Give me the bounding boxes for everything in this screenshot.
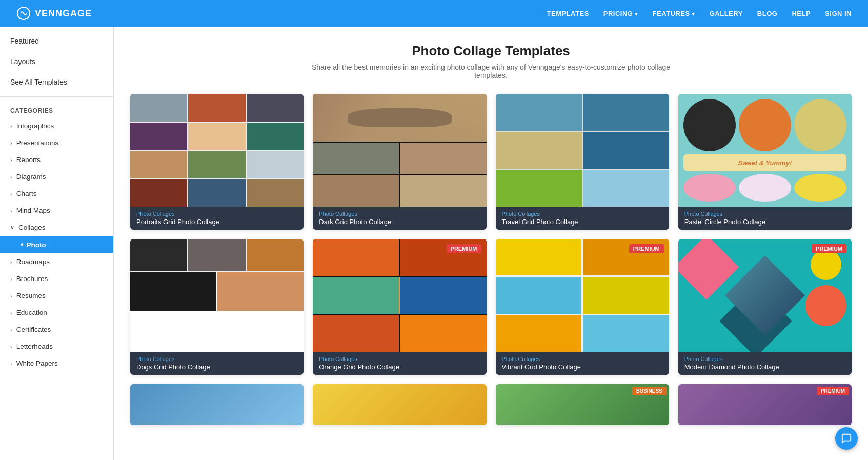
sidebar-item-mindmaps[interactable]: › Mind Maps — [0, 202, 113, 219]
nav-features[interactable]: FEATURES — [653, 10, 695, 17]
template-card-dogs[interactable]: Photo Collages Dogs Grid Photo Collage — [130, 239, 304, 375]
main-content: Photo Collage Templates Share all the be… — [114, 27, 868, 460]
template-image-travel — [496, 94, 669, 207]
sidebar-item-infographics[interactable]: › Infographics — [0, 117, 113, 134]
chevron-right-icon: › — [10, 310, 12, 316]
premium-badge: PREMIUM — [629, 244, 664, 253]
sidebar-item-whitepapers[interactable]: › White Papers — [0, 355, 113, 372]
sidebar-item-reports[interactable]: › Reports — [0, 151, 113, 168]
chevron-right-icon: › — [10, 361, 12, 367]
nav-gallery[interactable]: GALLERY — [710, 10, 743, 17]
template-card-portraits[interactable]: Photo Collages Portraits Grid Photo Coll… — [130, 94, 304, 230]
template-image-portraits — [130, 94, 304, 207]
categories-title: CATEGORIES — [0, 101, 113, 117]
chevron-right-icon: › — [10, 140, 12, 146]
sidebar-item-resumes[interactable]: › Resumes — [0, 287, 113, 304]
template-card-pastel[interactable]: Sweet & Yummy! Photo Collages Pastel Cir… — [678, 94, 852, 230]
template-card-travel[interactable]: Photo Collages Travel Grid Photo Collage — [496, 94, 669, 230]
chevron-right-icon: › — [10, 191, 12, 197]
chevron-right-icon: › — [10, 157, 12, 163]
chevron-right-icon: › — [10, 276, 12, 282]
template-category: Photo Collages — [684, 211, 845, 217]
logo[interactable]: VENNGAGE — [16, 6, 92, 21]
template-footer-pastel: Photo Collages Pastel Circle Photo Colla… — [678, 207, 852, 230]
nav-links: TEMPLATES PRICING FEATURES GALLERY BLOG … — [547, 9, 852, 18]
template-name: Dogs Grid Photo Collage — [136, 363, 297, 371]
sidebar-item-charts[interactable]: › Charts — [0, 185, 113, 202]
logo-text: VENNGAGE — [35, 8, 92, 19]
template-category: Photo Collages — [319, 211, 480, 217]
template-image-dogs — [130, 239, 304, 352]
partial-card-1[interactable] — [130, 384, 304, 425]
premium-badge-small: PREMIUM — [817, 387, 849, 395]
template-card-vibrant[interactable]: PREMIUM Photo Collages Vibrant Grid Phot… — [496, 239, 669, 375]
sidebar-item-diagrams[interactable]: › Diagrams — [0, 168, 113, 185]
premium-badge: PREMIUM — [447, 244, 481, 253]
sidebar-item-certificates[interactable]: › Certificates — [0, 321, 113, 338]
page-layout: Featured Layouts See All Templates CATEG… — [0, 27, 868, 460]
chevron-right-icon: › — [10, 344, 12, 350]
divider — [0, 96, 113, 97]
template-footer-vibrant: Photo Collages Vibrant Grid Photo Collag… — [496, 352, 669, 375]
template-footer-portraits: Photo Collages Portraits Grid Photo Coll… — [130, 207, 304, 230]
nav-templates[interactable]: TEMPLATES — [547, 10, 589, 17]
partial-card-4[interactable]: PREMIUM — [678, 384, 852, 425]
sidebar-see-all[interactable]: See All Templates — [0, 72, 113, 92]
template-card-diamond[interactable]: PREMIUM Photo Collages Modern Diam — [678, 239, 852, 375]
template-card-orange[interactable]: PREMIUM Photo Collages Orange Gr — [313, 239, 486, 375]
chevron-down-icon: ∨ — [10, 224, 14, 231]
top-navigation: VENNGAGE TEMPLATES PRICING FEATURES GALL… — [0, 0, 868, 27]
chevron-right-icon: › — [10, 259, 12, 265]
partial-card-2[interactable] — [313, 384, 486, 425]
template-name: Vibrant Grid Photo Collage — [502, 363, 663, 371]
partial-template-row: BUSINESS PREMIUM — [130, 384, 852, 425]
sidebar-item-presentations[interactable]: › Presentations — [0, 134, 113, 151]
template-footer-dogs: Photo Collages Dogs Grid Photo Collage — [130, 352, 304, 375]
page-header: Photo Collage Templates Share all the be… — [130, 43, 852, 79]
chevron-right-icon: › — [10, 208, 12, 214]
template-image-orange: PREMIUM — [313, 239, 486, 352]
template-category: Photo Collages — [502, 211, 663, 217]
template-category: Photo Collages — [502, 356, 663, 362]
template-image-dark-cats — [313, 94, 486, 207]
template-name: Travel Grid Photo Collage — [502, 218, 663, 226]
premium-badge: PREMIUM — [812, 244, 846, 253]
sidebar-layouts[interactable]: Layouts — [0, 51, 113, 72]
chevron-right-icon: › — [10, 174, 12, 180]
template-name: Orange Grid Photo Collage — [319, 363, 480, 371]
chat-button[interactable] — [835, 427, 858, 450]
nav-signin[interactable]: SIGN IN — [825, 10, 852, 17]
template-footer-diamond: Photo Collages Modern Diamond Photo Coll… — [678, 352, 852, 375]
template-image-pastel: Sweet & Yummy! — [678, 94, 852, 207]
partial-card-3[interactable]: BUSINESS — [496, 384, 669, 425]
template-category: Photo Collages — [319, 356, 480, 362]
template-name: Portraits Grid Photo Collage — [136, 218, 297, 226]
template-category: Photo Collages — [136, 211, 297, 217]
template-name: Dark Grid Photo Collage — [319, 218, 480, 226]
template-footer-travel: Photo Collages Travel Grid Photo Collage — [496, 207, 669, 230]
sidebar-subitem-photo[interactable]: Photo — [0, 236, 113, 253]
chevron-right-icon: › — [10, 327, 12, 333]
chevron-right-icon: › — [10, 123, 12, 129]
template-name: Modern Diamond Photo Collage — [684, 363, 845, 371]
sidebar-featured[interactable]: Featured — [0, 31, 113, 51]
sidebar-item-collages[interactable]: ∨ Collages — [0, 219, 113, 236]
sidebar-item-education[interactable]: › Education — [0, 304, 113, 321]
template-name: Pastel Circle Photo Collage — [684, 218, 845, 226]
nav-pricing[interactable]: PRICING — [603, 10, 638, 17]
nav-blog[interactable]: BLOG — [757, 10, 778, 17]
sidebar-item-brochures[interactable]: › Brochures — [0, 270, 113, 287]
template-category: Photo Collages — [684, 356, 845, 362]
template-footer-dark: Photo Collages Dark Grid Photo Collage — [313, 207, 486, 230]
chevron-right-icon: › — [10, 293, 12, 299]
business-badge: BUSINESS — [632, 387, 667, 395]
page-description: Share all the best memories in an exciti… — [312, 63, 671, 79]
sidebar-item-roadmaps[interactable]: › Roadmaps — [0, 253, 113, 270]
page-title: Photo Collage Templates — [130, 43, 852, 59]
template-card-dark-cats[interactable]: Photo Collages Dark Grid Photo Collage — [313, 94, 486, 230]
sidebar-item-letterheads[interactable]: › Letterheads — [0, 338, 113, 355]
nav-help[interactable]: HELP — [792, 10, 811, 17]
template-footer-orange: Photo Collages Orange Grid Photo Collage — [313, 352, 486, 375]
sidebar: Featured Layouts See All Templates CATEG… — [0, 27, 114, 460]
template-category: Photo Collages — [136, 356, 297, 362]
